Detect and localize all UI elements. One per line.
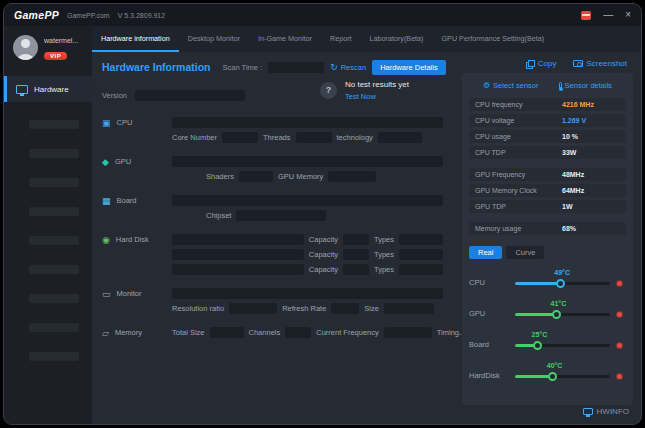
sidebar-placeholder — [29, 236, 79, 245]
field-label: Types — [374, 235, 394, 244]
temp-row-cpu: CPU 49°C — [469, 271, 626, 289]
hardware-details-button[interactable]: Hardware Details — [372, 60, 446, 75]
select-sensor-button[interactable]: ⚙ Select sensor — [483, 81, 539, 90]
hwinfo-badge[interactable]: HWINFO — [583, 407, 629, 416]
sidebar-item-hardware[interactable]: Hardware — [4, 76, 92, 102]
slider-handle[interactable] — [533, 341, 542, 350]
stat-label: GPU Frequency — [475, 171, 562, 178]
stat-value: 68% — [562, 225, 576, 232]
rescan-button[interactable]: ↻ Rescan — [330, 63, 366, 72]
view-tabs: Real Curve — [469, 246, 626, 259]
avatar[interactable] — [13, 35, 38, 60]
section-gpu: ◆ GPU Shaders GPU Memory — [102, 156, 443, 186]
harddisk-types-field — [399, 249, 443, 260]
stat-value: 1.269 V — [562, 117, 586, 124]
gpu-section-label: GPU — [115, 157, 131, 166]
field-label: Shaders — [206, 172, 234, 181]
cpu-section-label: CPU — [117, 118, 133, 127]
screenshot-button[interactable]: Screenshot — [573, 59, 627, 68]
temp-slider-board[interactable]: 25°C — [515, 333, 610, 351]
sensor-details-button[interactable]: Sensor details — [559, 81, 613, 90]
titlebar: GamePP GamePP.com V 5.3.2809.912 — × — [4, 4, 641, 26]
tab-curve[interactable]: Curve — [506, 246, 544, 259]
field-label: GPU Memory — [278, 172, 323, 181]
sidebar-placeholder — [29, 352, 79, 361]
limit-dot — [617, 343, 622, 348]
field-label: Chipset — [206, 211, 231, 220]
stat-row-cpu-frequency: CPU frequency 4216 MHz — [469, 98, 626, 111]
no-test-block: ? No test results yet Test Now — [320, 80, 409, 101]
tab-desktop-monitor[interactable]: Desktop Monitor — [179, 26, 249, 52]
gift-icon[interactable] — [581, 11, 591, 20]
copy-icon — [526, 60, 534, 68]
user-profile[interactable]: watermel... VIP — [4, 26, 92, 66]
copy-button[interactable]: Copy — [526, 59, 557, 68]
gpu-memory-field — [328, 171, 376, 182]
sensor-stats: CPU frequency 4216 MHz CPU voltage 1.269… — [469, 98, 626, 235]
memory-section-label: Memory — [115, 328, 142, 337]
screenshot-label: Screenshot — [587, 59, 627, 68]
harddisk-name-field — [172, 249, 304, 260]
temp-slider-harddisk[interactable]: 40°C — [515, 364, 610, 382]
temp-slider-cpu[interactable]: 49°C — [515, 271, 610, 289]
app-logo: GamePP — [14, 9, 59, 21]
stat-row-cpu-tdp: CPU TDP 33W — [469, 146, 626, 159]
slider-handle[interactable] — [556, 279, 565, 288]
field-label: Size — [364, 304, 379, 313]
harddisk-capacity-field — [343, 264, 369, 275]
field-label: Resolution ratio — [172, 304, 224, 313]
field-label: technology — [337, 133, 373, 142]
tab-report[interactable]: Report — [321, 26, 361, 52]
temp-label: CPU — [469, 278, 515, 289]
monitor-icon: ▭ — [102, 289, 111, 300]
sensor-panel: Copy Screenshot ⚙ Select sensor Sensor d… — [457, 52, 641, 424]
temp-slider-gpu[interactable]: 41°C — [515, 302, 610, 320]
stat-row-memory-usage: Memory usage 68% — [469, 222, 626, 235]
memory-icon: ▱ — [102, 328, 109, 339]
field-label: Channels — [249, 328, 281, 337]
stat-label: GPU TDP — [475, 203, 562, 210]
rescan-label: Rescan — [341, 63, 366, 72]
sidebar-item-label: Hardware — [34, 85, 69, 94]
memory-totalsize-field — [210, 327, 244, 338]
stat-value: 48MHz — [562, 171, 584, 178]
sensor-card: ⚙ Select sensor Sensor details CPU frequ… — [462, 73, 633, 405]
section-memory: ▱ Memory Total Size Channels Current Fre… — [102, 327, 443, 342]
limit-dot — [617, 312, 622, 317]
slider-handle[interactable] — [548, 372, 557, 381]
sidebar-placeholder — [29, 265, 79, 274]
sidebar-placeholder — [29, 323, 79, 332]
minimize-icon[interactable]: — — [603, 10, 613, 20]
stat-value: 64MHz — [562, 187, 584, 194]
stat-label: CPU voltage — [475, 117, 562, 124]
memory-channels-field — [285, 327, 311, 338]
slider-track — [515, 344, 610, 347]
tab-laboratory-beta[interactable]: Laboratory(Beta) — [361, 26, 433, 52]
rescan-icon: ↻ — [330, 63, 338, 72]
cpu-threads-field — [296, 132, 332, 143]
vip-badge: VIP — [44, 52, 67, 60]
board-chipset-field — [236, 210, 326, 221]
titlebar-site: GamePP.com — [67, 12, 110, 19]
temp-row-gpu: GPU 41°C — [469, 302, 626, 320]
question-icon: ? — [320, 82, 337, 99]
sidebar-placeholder — [29, 294, 79, 303]
tab-in-game-monitor[interactable]: In-Game Monitor — [249, 26, 321, 52]
sidebar: watermel... VIP Hardware — [4, 26, 92, 424]
app-window: GamePP GamePP.com V 5.3.2809.912 — × wat… — [3, 3, 642, 425]
tab-real[interactable]: Real — [469, 246, 502, 259]
tab-gpu-performance-setting-beta[interactable]: GPU Performance Setting(Beta) — [433, 26, 554, 52]
hwinfo-monitor-icon — [583, 408, 593, 415]
field-label: Capacity — [309, 235, 338, 244]
no-test-text: No test results yet — [345, 80, 409, 89]
tab-hardware-information[interactable]: Hardware information — [92, 26, 179, 52]
gpu-icon: ◆ — [102, 157, 109, 168]
stat-label: Memory usage — [475, 225, 562, 232]
stat-row-cpu-voltage: CPU voltage 1.269 V — [469, 114, 626, 127]
slider-handle[interactable] — [552, 310, 561, 319]
sensor-details-label: Sensor details — [565, 81, 613, 90]
stat-value: 33W — [562, 149, 576, 156]
close-icon[interactable]: × — [625, 10, 631, 20]
sidebar-placeholders — [4, 102, 92, 361]
test-now-link[interactable]: Test Now — [345, 92, 409, 101]
